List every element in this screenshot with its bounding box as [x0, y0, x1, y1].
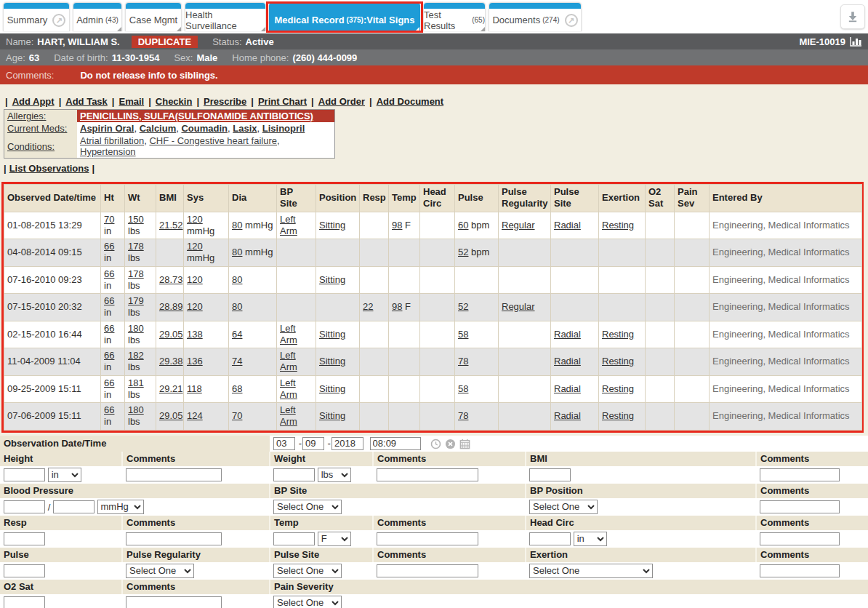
med-link-aspirin-oral[interactable]: Aspirin Oral — [80, 123, 134, 134]
tab-documents[interactable]: Documents(274)↗ — [489, 2, 582, 31]
obs-month-input[interactable] — [273, 437, 295, 450]
bp-site-select[interactable]: Select One — [273, 500, 342, 514]
condition-link-chf-congestive-heart-failure[interactable]: CHF - Congestive heart failure — [149, 135, 277, 146]
vital-value-link[interactable]: Resting — [602, 383, 634, 394]
tab-medical-record[interactable]: Medical Record(375):Vital Signs — [269, 2, 420, 31]
vital-value-link[interactable]: Left Arm — [280, 323, 297, 345]
vital-value-link[interactable]: 22 — [363, 301, 373, 312]
vital-value-link[interactable]: 80 — [232, 220, 242, 231]
vital-value-link[interactable]: Sitting — [319, 329, 345, 340]
tab-test-results[interactable]: Test Results(65) — [423, 2, 486, 31]
vital-value-link[interactable]: Sitting — [319, 356, 345, 367]
vital-value-link[interactable]: 80 — [232, 301, 242, 312]
temp-comments-input[interactable] — [377, 532, 478, 545]
vital-value-link[interactable]: 66 — [104, 404, 114, 415]
vital-value-link[interactable]: 66 — [104, 295, 114, 306]
vital-value-link[interactable]: Sitting — [319, 383, 345, 394]
vital-value-link[interactable]: 180 — [128, 404, 144, 415]
pulse-regularity-select[interactable]: Select One — [126, 564, 194, 578]
vital-value-link[interactable]: 138 — [187, 329, 203, 340]
weight-unit-select[interactable]: lbs — [318, 468, 351, 482]
vital-value-link[interactable]: 78 — [458, 410, 468, 421]
pulse-comments-input[interactable] — [377, 564, 478, 577]
vital-value-link[interactable]: 66 — [104, 377, 114, 388]
vital-value-link[interactable]: 29.05 — [159, 410, 183, 421]
vital-value-link[interactable]: Left Arm — [280, 214, 297, 236]
vital-value-link[interactable]: 66 — [104, 323, 114, 334]
action-link-add-order[interactable]: Add Order — [318, 96, 365, 107]
allergies-value-link[interactable]: PENICILLINS, SULFA(SULFONAMIDE ANTIBIOTI… — [80, 111, 313, 121]
action-link-checkin[interactable]: Checkin — [156, 96, 193, 107]
bp-position-select[interactable]: Select One — [529, 500, 598, 514]
list-observations-link[interactable]: List Observations — [9, 163, 89, 174]
vital-value-link[interactable]: Radial — [554, 410, 581, 421]
chart-icon[interactable] — [850, 36, 862, 47]
calendar-icon[interactable] — [459, 439, 470, 449]
tab-health-surveillance[interactable]: Health Surveillance — [185, 2, 266, 31]
allergies-link[interactable]: Allergies: — [7, 111, 46, 121]
action-link-add-task[interactable]: Add Task — [65, 96, 108, 107]
vital-value-link[interactable]: 178 — [128, 268, 144, 279]
vital-value-link[interactable]: 68 — [232, 383, 242, 394]
vital-value-link[interactable]: 58 — [458, 383, 468, 394]
obs-day-input[interactable] — [302, 437, 324, 450]
height-unit-select[interactable]: in — [48, 468, 81, 482]
height-input[interactable] — [4, 468, 45, 481]
vital-value-link[interactable]: 29.05 — [159, 329, 183, 340]
med-link-lasix[interactable]: Lasix — [233, 123, 257, 134]
pulse-input[interactable] — [4, 564, 45, 577]
o2-sat-input[interactable] — [4, 596, 45, 608]
popout-icon[interactable]: ↗ — [565, 14, 578, 27]
vital-value-link[interactable]: Sitting — [319, 410, 345, 421]
vital-value-link[interactable]: Resting — [602, 410, 634, 421]
vital-value-link[interactable]: Radial — [554, 356, 581, 367]
vital-value-link[interactable]: 98 — [392, 220, 402, 231]
vital-value-link[interactable]: 136 — [187, 356, 203, 367]
tab-admin[interactable]: Admin(43) — [73, 2, 122, 31]
bmi-comments-input[interactable] — [760, 468, 840, 481]
vital-value-link[interactable]: Radial — [554, 220, 581, 231]
clock-icon[interactable] — [430, 439, 441, 449]
vital-value-link[interactable]: 28.73 — [159, 274, 183, 285]
vital-value-link[interactable]: 120 — [187, 214, 203, 225]
head-circ-input[interactable] — [529, 532, 571, 545]
resp-comments-input[interactable] — [126, 532, 222, 545]
bp-diastolic-input[interactable] — [53, 500, 95, 513]
vital-value-link[interactable]: 21.52 — [159, 220, 183, 231]
vital-value-link[interactable]: 64 — [232, 329, 242, 340]
exertion-comments-input[interactable] — [760, 564, 840, 577]
bp-comments-input[interactable] — [760, 500, 840, 513]
vital-value-link[interactable]: Left Arm — [280, 377, 297, 400]
vital-value-link[interactable]: Resting — [602, 220, 634, 231]
vital-value-link[interactable]: 80 — [232, 247, 242, 257]
obs-time-input[interactable] — [370, 437, 421, 450]
vital-value-link[interactable]: 178 — [128, 241, 144, 252]
bmi-input[interactable] — [529, 468, 571, 481]
weight-comments-input[interactable] — [377, 468, 478, 481]
tab-summary[interactable]: Summary↗ — [3, 2, 70, 31]
conditions-link[interactable]: Conditions: — [7, 141, 55, 152]
condition-link-atrial-fibrillation[interactable]: Atrial fibrillation — [80, 135, 144, 146]
vital-value-link[interactable]: 120 — [187, 301, 203, 312]
vital-value-link[interactable]: 70 — [104, 214, 114, 225]
temp-input[interactable] — [273, 532, 315, 545]
vital-value-link[interactable]: Sitting — [319, 274, 345, 285]
vital-value-link[interactable]: Radial — [554, 329, 581, 340]
vital-value-link[interactable]: 120 — [187, 274, 203, 285]
med-link-coumadin[interactable]: Coumadin — [181, 123, 228, 134]
vital-value-link[interactable]: 180 — [128, 323, 144, 334]
bp-systolic-input[interactable] — [4, 500, 45, 513]
vital-value-link[interactable]: Resting — [602, 356, 634, 367]
vital-value-link[interactable]: 118 — [187, 383, 202, 394]
head-circ-comments-input[interactable] — [760, 532, 840, 545]
vital-value-link[interactable]: Resting — [602, 329, 634, 340]
o2-comments-input[interactable] — [126, 596, 222, 608]
weight-input[interactable] — [273, 468, 315, 481]
action-link-add-appt[interactable]: Add Appt — [12, 96, 55, 107]
vital-value-link[interactable]: 66 — [104, 268, 114, 279]
vital-value-link[interactable]: Regular — [502, 301, 535, 312]
vital-value-link[interactable]: 29.38 — [159, 356, 183, 367]
pain-severity-select[interactable]: Select One — [273, 596, 342, 608]
vital-value-link[interactable]: 66 — [104, 350, 114, 361]
height-comments-input[interactable] — [126, 468, 222, 481]
